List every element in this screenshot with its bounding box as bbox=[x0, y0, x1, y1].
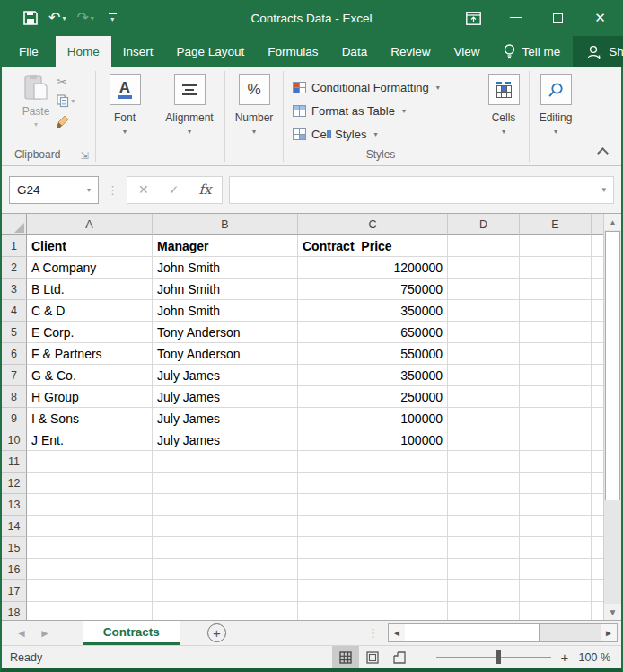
cell-A18[interactable] bbox=[27, 602, 153, 620]
cell-D5[interactable] bbox=[448, 322, 520, 343]
format-painter-button[interactable] bbox=[57, 114, 75, 128]
cell-D14[interactable] bbox=[448, 516, 520, 537]
cell-D13[interactable] bbox=[448, 494, 520, 516]
sheet-nav-right-icon[interactable]: ► bbox=[39, 627, 50, 640]
select-all-button[interactable] bbox=[2, 214, 27, 235]
cell-A7[interactable]: G & Co. bbox=[27, 365, 153, 386]
scroll-up-icon[interactable]: ▲ bbox=[604, 214, 621, 230]
format-as-table-button[interactable]: Format as Table ▾ bbox=[293, 99, 478, 122]
cell-E8[interactable] bbox=[520, 386, 592, 408]
cell-E17[interactable] bbox=[520, 580, 592, 602]
row-header-11[interactable]: 11 bbox=[2, 451, 27, 473]
alignment-group-button[interactable]: Alignment ▾ bbox=[154, 67, 224, 165]
cell-E4[interactable] bbox=[520, 300, 592, 322]
cell-A13[interactable] bbox=[27, 494, 153, 516]
paste-caret-icon[interactable]: ▾ bbox=[34, 120, 38, 128]
cell-E6[interactable] bbox=[520, 343, 592, 365]
row-header-2[interactable]: 2 bbox=[2, 257, 27, 279]
cell-C9[interactable]: 100000 bbox=[298, 408, 448, 429]
undo-button[interactable]: ↶ ▾ bbox=[45, 9, 69, 27]
cell-A12[interactable] bbox=[27, 473, 153, 494]
scroll-down-icon[interactable]: ▼ bbox=[604, 604, 621, 620]
paste-button[interactable]: Paste ▾ bbox=[22, 74, 50, 128]
page-break-preview-button[interactable] bbox=[386, 646, 413, 668]
cell-A6[interactable]: F & Partners bbox=[27, 343, 153, 365]
cell-E5[interactable] bbox=[520, 322, 592, 343]
tab-formulas[interactable]: Formulas bbox=[256, 36, 329, 67]
vertical-scroll-track[interactable] bbox=[604, 230, 621, 604]
cell-B17[interactable] bbox=[153, 580, 298, 602]
cell-C5[interactable]: 650000 bbox=[298, 322, 448, 343]
cell-B10[interactable]: July James bbox=[153, 429, 298, 451]
cell-E12[interactable] bbox=[520, 473, 592, 494]
zoom-in-icon[interactable]: + bbox=[555, 650, 575, 665]
cancel-icon[interactable]: ✕ bbox=[138, 182, 149, 197]
tab-view[interactable]: View bbox=[442, 36, 491, 67]
page-layout-view-button[interactable] bbox=[359, 646, 386, 668]
column-header-A[interactable]: A bbox=[27, 214, 153, 235]
number-group-button[interactable]: % Number ▾ bbox=[225, 67, 283, 165]
horizontal-scrollbar[interactable]: ◄ ► bbox=[388, 623, 618, 642]
sheet-nav-left-icon[interactable]: ◄ bbox=[16, 627, 27, 640]
cell-D11[interactable] bbox=[448, 451, 520, 473]
cell-E1[interactable] bbox=[520, 235, 592, 257]
scroll-right-icon[interactable]: ► bbox=[601, 624, 617, 641]
cell-A11[interactable] bbox=[27, 451, 153, 473]
row-header-18[interactable]: 18 bbox=[2, 602, 27, 620]
cell-A2[interactable]: A Company bbox=[27, 257, 153, 279]
cell-E10[interactable] bbox=[520, 429, 592, 451]
cell-C13[interactable] bbox=[298, 494, 448, 516]
cell-E7[interactable] bbox=[520, 365, 592, 386]
cell-B7[interactable]: July James bbox=[153, 365, 298, 386]
cell-B5[interactable]: Tony Anderson bbox=[153, 322, 298, 343]
expand-formula-bar-icon[interactable]: ▾ bbox=[601, 185, 606, 194]
cell-C7[interactable]: 350000 bbox=[298, 365, 448, 386]
row-header-5[interactable]: 5 bbox=[2, 322, 27, 343]
row-header-17[interactable]: 17 bbox=[2, 580, 27, 602]
horizontal-scroll-thumb[interactable] bbox=[405, 624, 540, 641]
zoom-out-icon[interactable]: — bbox=[413, 650, 433, 665]
cell-D4[interactable] bbox=[448, 300, 520, 322]
vertical-scroll-thumb[interactable] bbox=[605, 231, 620, 500]
cell-D7[interactable] bbox=[448, 365, 520, 386]
cell-B3[interactable]: John Smith bbox=[153, 279, 298, 300]
tell-me-box[interactable]: Tell me bbox=[491, 36, 573, 67]
cell-D16[interactable] bbox=[448, 559, 520, 580]
row-header-1[interactable]: 1 bbox=[2, 235, 27, 257]
tab-file[interactable]: File bbox=[2, 36, 56, 67]
cell-E18[interactable] bbox=[520, 602, 592, 620]
cell-A14[interactable] bbox=[27, 516, 153, 537]
cell-C8[interactable]: 250000 bbox=[298, 386, 448, 408]
row-header-14[interactable]: 14 bbox=[2, 516, 27, 537]
cell-B2[interactable]: John Smith bbox=[153, 257, 298, 279]
cell-styles-button[interactable]: Cell Styles ▾ bbox=[293, 122, 478, 146]
copy-button[interactable]: ▾ bbox=[57, 94, 75, 108]
row-header-9[interactable]: 9 bbox=[2, 408, 27, 429]
cell-C12[interactable] bbox=[298, 473, 448, 494]
row-header-16[interactable]: 16 bbox=[2, 559, 27, 580]
row-header-15[interactable]: 15 bbox=[2, 537, 27, 559]
vertical-scrollbar[interactable]: ▲ ▼ bbox=[603, 214, 621, 620]
zoom-level[interactable]: 100 % bbox=[575, 651, 621, 664]
cell-C1[interactable]: Contract_Price bbox=[298, 235, 448, 257]
cell-A10[interactable]: J Ent. bbox=[27, 429, 153, 451]
cell-C11[interactable] bbox=[298, 451, 448, 473]
cell-E11[interactable] bbox=[520, 451, 592, 473]
cell-E16[interactable] bbox=[520, 559, 592, 580]
tab-insert[interactable]: Insert bbox=[111, 36, 165, 67]
normal-view-button[interactable] bbox=[332, 646, 359, 668]
customize-quick-access-button[interactable]: ▾ bbox=[105, 11, 120, 25]
cell-B11[interactable] bbox=[153, 451, 298, 473]
cell-D17[interactable] bbox=[448, 580, 520, 602]
horizontal-scroll-track[interactable] bbox=[540, 624, 601, 641]
cell-E2[interactable] bbox=[520, 257, 592, 279]
cell-E13[interactable] bbox=[520, 494, 592, 516]
cell-A4[interactable]: C & D bbox=[27, 300, 153, 322]
collapse-ribbon-icon[interactable] bbox=[597, 147, 609, 159]
clipboard-dialog-launcher-icon[interactable]: ⇲ bbox=[81, 150, 89, 162]
cell-C10[interactable]: 100000 bbox=[298, 429, 448, 451]
redo-button[interactable]: ↷ ▾ bbox=[73, 9, 97, 27]
cell-E15[interactable] bbox=[520, 537, 592, 559]
column-header-C[interactable]: C bbox=[298, 214, 448, 235]
ribbon-display-options-button[interactable] bbox=[452, 0, 495, 36]
